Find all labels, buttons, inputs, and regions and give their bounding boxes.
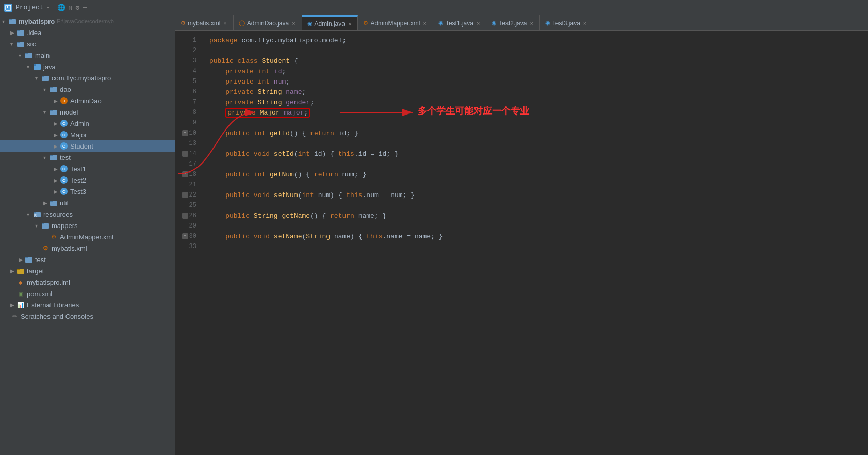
expand-18[interactable]: + [182,171,188,177]
adminmapper-xml-file[interactable]: ⚙ AdminMapper.xml [0,231,175,242]
field-major: major [284,109,304,117]
src-test-folder[interactable]: ▶ test [0,254,175,265]
tab-mybatis-xml-close[interactable]: × [222,20,227,27]
kw-int-ret-2: int [254,171,270,178]
paren-3: () [294,171,306,178]
dropdown-arrow[interactable]: ▾ [47,5,50,11]
line-22: +22 [175,190,201,200]
minus-icon[interactable]: — [83,4,87,11]
java-folder[interactable]: ▾ java [0,61,175,72]
expand-14[interactable]: + [182,151,188,157]
tab-admin-mapper[interactable]: ⚙ AdminMapper.xml × [358,15,433,31]
external-libraries[interactable]: ▶ 📊 External Libraries [0,299,175,311]
idea-folder[interactable]: ▶ .idea [0,27,175,38]
brace-7: { [358,233,367,240]
root-arrow: ▾ [2,19,8,24]
tab-test2-close[interactable]: × [529,20,534,27]
expand-10[interactable]: + [182,130,188,136]
target-folder[interactable]: ▶ target [0,265,175,277]
paren-4: ( [298,191,302,199]
iml-file[interactable]: ◆ mybatispro.iml [0,277,175,288]
settings-icon[interactable]: ⚙ [75,4,79,12]
admindao-file[interactable]: ▶ J AdminDao [0,95,175,106]
tab-mybatis-xml[interactable]: ⚙ mybatis.xml × [175,15,234,31]
kw-private-4: private [225,99,257,106]
src-arrow: ▾ [10,41,17,47]
line-14: +14 [175,149,201,159]
svg-text:R: R [34,214,37,217]
tab-mapper-close[interactable]: × [422,20,427,27]
svg-rect-30 [17,269,20,270]
kw-return-3: return [330,212,358,220]
dao-folder-icon [50,85,58,93]
src-folder[interactable]: ▾ src [0,38,175,50]
mybatis-xml-label: mybatis.xml [52,245,87,252]
package-folder[interactable]: ▾ com.ffyc.mybatispro [0,72,175,84]
tab-test1-label: Test1.java [446,20,473,27]
svg-rect-21 [50,201,53,202]
pom-file[interactable]: ▣ pom.xml [0,288,175,299]
admin-file[interactable]: ▶ C Admin [0,118,175,129]
globe-icon[interactable]: 🌐 [57,4,65,12]
method-getnum: getNum [270,171,294,178]
tab-admindao-close[interactable]: × [291,20,296,27]
expand-30[interactable]: + [182,233,188,239]
tab-admin-java[interactable]: ◉ Admin.java × [302,15,358,31]
mybatis-xml-file[interactable]: ⚙ mybatis.xml [0,242,175,254]
dao-folder[interactable]: ▾ dao [0,84,175,95]
brace-6: { [322,212,330,220]
expand-26[interactable]: + [182,213,188,219]
field-id: id [274,68,282,75]
tab-admin-dao[interactable]: ◯ AdminDao.java × [234,15,302,31]
test3-icon: C [60,187,68,196]
kw-int-1: int [258,68,274,75]
main-folder[interactable]: ▾ main [0,50,175,61]
code-line-5: private int num; [209,76,868,87]
test1-icon: C [60,165,68,173]
tab-admin-close[interactable]: × [347,20,352,27]
tab-admindao-icon: ◯ [239,20,245,26]
tab-mapper-label: AdminMapper.xml [370,20,420,27]
test-folder[interactable]: ▾ test [0,152,175,163]
src-test-label: test [35,256,46,264]
line-2: 2 [175,45,201,56]
tab-test2[interactable]: ◉ Test2.java × [486,15,539,31]
model-folder[interactable]: ▾ model [0,106,175,118]
code-line-18: public int getNum() { return num; } [209,169,868,180]
paren-2: ( [294,150,298,158]
scratches-item[interactable]: ✏ Scratches and Consoles [0,311,175,322]
tab-test1[interactable]: ◉ Test1.java × [433,15,486,31]
param-num: num [318,191,330,199]
test1-file[interactable]: ▶ C Test1 [0,163,175,174]
paren-close-6: ) [350,233,358,240]
type-string-3: String [254,212,282,220]
tab-test1-close[interactable]: × [476,20,481,27]
kw-public-6: public [225,233,254,240]
ret-name: name; } [358,212,387,220]
test-label: test [60,154,71,161]
util-folder[interactable]: ▶ util [0,197,175,208]
expand-22[interactable]: + [182,192,188,198]
admindao-label: AdminDao [70,97,102,105]
resources-folder[interactable]: ▾ R resources [0,208,175,220]
semi-3: ; [302,88,306,96]
line-26: +26 [175,210,201,221]
test3-file[interactable]: ▶ C Test3 [0,186,175,197]
tab-test3[interactable]: ◉ Test3.java × [540,15,593,31]
tab-test2-icon: ◉ [492,20,497,26]
line-30: +30 [175,231,201,241]
classname-student: Student [261,57,293,65]
split-icon[interactable]: ⇅ [69,4,73,12]
tab-test3-close[interactable]: × [582,20,587,27]
project-root[interactable]: ▾ mybatispro E:\javaCode\code\myb [0,15,175,27]
test2-file[interactable]: ▶ C Test2 [0,174,175,186]
editor-area[interactable]: 1 2 3 4 5 6 7 8 9 +10 13 +14 17 [175,31,868,455]
ext-lib-label: External Libraries [27,301,79,309]
major-file[interactable]: ▶ C Major [0,129,175,140]
kw-return-1: return [310,129,338,137]
mappers-folder[interactable]: ▾ mappers [0,220,175,231]
student-file[interactable]: ▶ C Student [0,140,175,152]
root-path: E:\javaCode\code\myb [57,18,114,24]
line-6: 6 [175,87,201,97]
util-label: util [60,199,69,207]
